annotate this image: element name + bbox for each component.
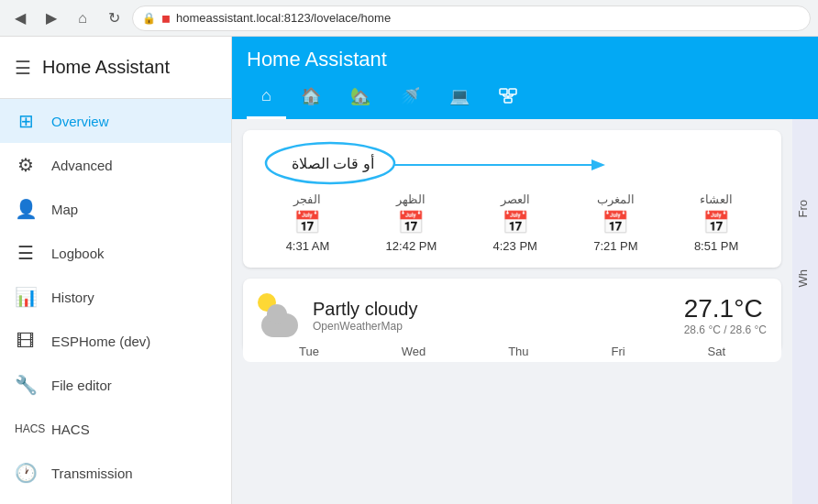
app-container: ☰ Home Assistant ⊞ Overview ⚙ Advanced 👤… [0, 37, 818, 504]
weather-icon [258, 293, 302, 337]
prayer-time-asr: العصر 📅 4:23 PM [493, 192, 537, 253]
tab-house[interactable]: 🏡 [336, 79, 385, 119]
weather-range: 28.6 °C / 28.6 °C [684, 323, 767, 336]
sidebar-item-label-file-editor: File editor [51, 378, 112, 393]
weather-description-wrap: Partly cloudy OpenWeatherMap [313, 299, 673, 333]
prayer-annotation: أو قات الصلاة [261, 137, 628, 196]
site-icon: ◼ [161, 12, 171, 25]
prayer-time-maghrib: المغرب 📅 7:21 PM [593, 192, 637, 253]
day-sat: Sat [708, 345, 726, 358]
prayer-time-val-fajr: 4:31 AM [286, 239, 330, 253]
svg-text:أو قات الصلاة: أو قات الصلاة [292, 154, 374, 172]
prayer-time-val-isha: 8:51 PM [694, 239, 738, 253]
prayer-time-dhuhr: الظهر 📅 12:42 PM [386, 192, 437, 253]
sidebar-item-label-esphome: ESPHome (dev) [51, 334, 150, 349]
refresh-button[interactable]: ↻ [101, 5, 127, 31]
main-header-title: Home Assistant [247, 37, 803, 79]
day-tue: Tue [299, 345, 319, 358]
prayer-icon-maghrib: 📅 [602, 210, 629, 236]
back-button[interactable]: ◀ [7, 5, 33, 31]
prayer-time-isha: العشاء 📅 8:51 PM [694, 192, 738, 253]
prayer-time-val-maghrib: 7:21 PM [593, 239, 637, 253]
prayer-card: أو قات الصلاة الفجر 📅 4:31 AM الظهر 📅 1 [243, 130, 781, 268]
svg-rect-0 [500, 89, 507, 94]
browser-chrome: ◀ ▶ ⌂ ↻ 🔒 ◼ homeassistant.local:8123/lov… [0, 0, 818, 37]
weather-temp-wrap: 27.1°C 28.6 °C / 28.6 °C [684, 294, 767, 336]
logbook-icon: ☰ [15, 242, 37, 264]
sidebar-item-label-transmission: Transmission [51, 466, 133, 481]
prayer-time-val-asr: 4:23 PM [493, 239, 537, 253]
sidebar-item-overview[interactable]: ⊞ Overview [0, 99, 231, 143]
map-icon: 👤 [15, 198, 37, 220]
esphome-icon: 🎞 [15, 331, 37, 352]
svg-rect-2 [504, 98, 512, 103]
tab-bathtub[interactable]: 🚿 [385, 79, 435, 119]
history-icon: 📊 [15, 286, 37, 308]
prayer-name-isha: العشاء [700, 192, 733, 206]
day-labels: Tue Wed Thu Fri Sat [243, 345, 781, 362]
menu-icon[interactable]: ☰ [15, 57, 31, 79]
weather-description: Partly cloudy [313, 299, 673, 320]
day-fri: Fri [611, 345, 625, 358]
sidebar-item-transmission[interactable]: 🕐 Transmission [0, 451, 231, 495]
sidebar: ☰ Home Assistant ⊞ Overview ⚙ Advanced 👤… [0, 37, 232, 504]
sidebar-item-file-editor[interactable]: 🔧 File editor [0, 363, 231, 407]
sidebar-item-label-overview: Overview [51, 114, 109, 129]
sidebar-item-label-history: History [51, 290, 94, 305]
sidebar-item-hacs[interactable]: HACS HACS [0, 407, 231, 451]
svg-marker-9 [591, 159, 605, 170]
tab-overview[interactable]: ⌂ [247, 79, 286, 119]
weather-source: OpenWeatherMap [313, 320, 673, 333]
tab-network[interactable] [484, 79, 532, 119]
forward-button[interactable]: ▶ [39, 5, 64, 31]
prayer-time-fajr: الفجر 📅 4:31 AM [286, 192, 330, 253]
sidebar-item-esphome[interactable]: 🎞 ESPHome (dev) [0, 319, 231, 363]
weather-card: Partly cloudy OpenWeatherMap 27.1°C 28.6… [243, 279, 781, 352]
advanced-icon: ⚙ [15, 154, 37, 176]
main-header: Home Assistant ⌂ 🏠 🏡 🚿 💻 [232, 37, 818, 119]
sidebar-item-map[interactable]: 👤 Map [0, 187, 231, 231]
transmission-icon: 🕐 [15, 462, 37, 484]
cards-column: أو قات الصلاة الفجر 📅 4:31 AM الظهر 📅 1 [232, 119, 792, 504]
sidebar-item-label-hacs: HACS [51, 422, 90, 437]
prayer-times-row: الفجر 📅 4:31 AM الظهر 📅 12:42 PM العصر 📅 [258, 192, 767, 253]
weather-card-wrapper: Partly cloudy OpenWeatherMap 27.1°C 28.6… [243, 279, 781, 362]
sidebar-item-advanced[interactable]: ⚙ Advanced [0, 143, 231, 187]
content-area: أو قات الصلاة الفجر 📅 4:31 AM الظهر 📅 1 [232, 119, 818, 504]
sidebar-header: ☰ Home Assistant [0, 37, 231, 99]
svg-rect-1 [509, 89, 516, 94]
sidebar-item-label-map: Map [51, 202, 78, 217]
prayer-icon-fajr: 📅 [293, 210, 321, 236]
lock-icon: 🔒 [142, 12, 156, 25]
weather-temperature: 27.1°C [684, 294, 767, 323]
home-button[interactable]: ⌂ [70, 5, 95, 31]
day-wed: Wed [402, 345, 426, 358]
file-editor-icon: 🔧 [15, 374, 37, 396]
url-text: homeassistant.local:8123/lovelace/home [176, 11, 391, 25]
prayer-icon-dhuhr: 📅 [397, 210, 425, 236]
sidebar-item-label-logbook: Logbook [51, 246, 105, 261]
prayer-icon-asr: 📅 [502, 210, 529, 236]
day-thu: Thu [508, 345, 528, 358]
tab-monitor[interactable]: 💻 [435, 79, 484, 119]
sidebar-item-logbook[interactable]: ☰ Logbook [0, 231, 231, 275]
sidebar-item-history[interactable]: 📊 History [0, 275, 231, 319]
right-panel-text-wh: Wh [792, 262, 818, 295]
prayer-icon-isha: 📅 [702, 210, 730, 236]
overview-icon: ⊞ [15, 110, 37, 132]
sidebar-item-label-advanced: Advanced [51, 158, 113, 173]
hacs-icon: HACS [15, 422, 37, 435]
main-tabs: ⌂ 🏠 🏡 🚿 💻 [247, 79, 803, 119]
right-panel: Fro Wh [792, 119, 818, 504]
right-panel-text-fro: Fro [792, 192, 818, 225]
address-bar[interactable]: 🔒 ◼ homeassistant.local:8123/lovelace/ho… [132, 5, 811, 31]
tab-home[interactable]: 🏠 [286, 79, 336, 119]
prayer-time-val-dhuhr: 12:42 PM [386, 239, 437, 253]
main-content: Home Assistant ⌂ 🏠 🏡 🚿 💻 [232, 37, 818, 504]
sidebar-title: Home Assistant [42, 57, 170, 78]
